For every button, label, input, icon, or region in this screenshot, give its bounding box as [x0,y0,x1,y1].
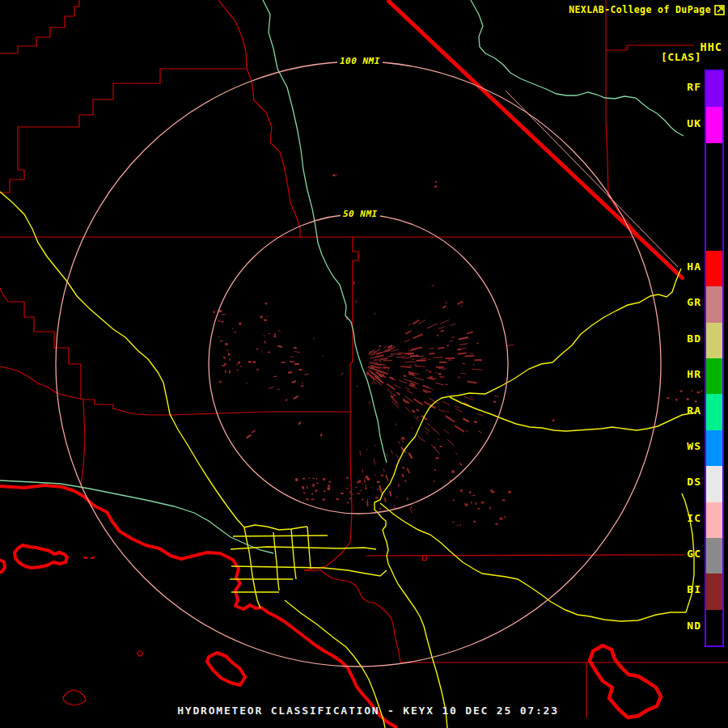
legend-label-RA: RA [629,404,701,417]
color-scale-segment-BD [706,323,722,358]
product-code-label: HHC [700,40,722,53]
legend-label-HA: HA [629,260,701,273]
legend-label-DS: DS [629,476,701,489]
color-scale-segment-HA [706,251,722,286]
color-scale-segment-GR [706,286,722,322]
range-ring-label-50: 50 NMI [341,209,380,219]
color-scale-segment-RF [706,71,722,107]
range-ring-label-100: 100 NMI [337,56,383,66]
color-scale-segment-GC [706,538,722,574]
radar-map [0,0,728,728]
legend-label-BI: BI [629,583,701,596]
color-scale-segment-HR [706,358,722,394]
legend-label-HR: HR [629,368,701,381]
color-scale-segment-WS [706,430,722,466]
legend-label-UK: UK [629,117,701,130]
brand-row: NEXLAB-College of DuPage [569,4,725,15]
map-background [0,0,728,728]
legend-label-WS: WS [629,440,701,453]
color-scale-segment-DS [706,466,722,502]
color-scale-segment [706,143,722,251]
cod-logo-icon [714,5,725,15]
legend-label-IC: IC [629,512,701,525]
color-scale-segment-UK [706,107,722,142]
product-mode-label: [CLAS] [661,51,701,63]
legend-label-BD: BD [629,332,701,345]
color-scale-segment-BI [706,574,722,609]
legend-label-ND: ND [629,620,701,633]
color-scale-segment-RA [706,394,722,430]
brand-title: NEXLAB-College of DuPage [569,4,711,15]
footer-caption: HYDROMETEOR CLASSIFICATION - KEYX 10 DEC… [0,705,728,717]
radar-display: NEXLAB-College of DuPage HHC [CLAS] 100 … [0,0,728,728]
color-scale-segment-IC [706,502,722,538]
legend-label-GC: GC [629,548,701,561]
color-scale-segment-ND [706,610,722,645]
color-scale [705,70,724,647]
legend-label-RF: RF [629,81,701,94]
legend-label-GR: GR [629,296,701,309]
